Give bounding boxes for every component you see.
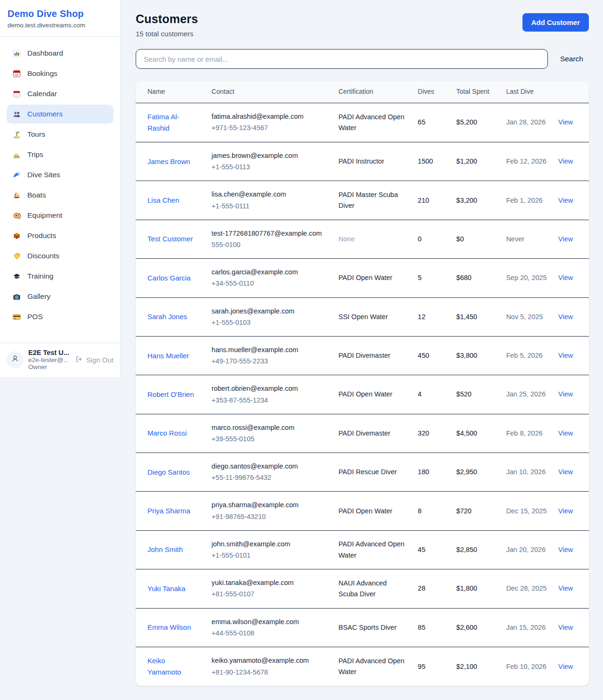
- customer-name-link[interactable]: John Smith: [147, 545, 183, 553]
- sidebar-item-dashboard[interactable]: Dashboard: [7, 44, 114, 63]
- customer-name-link[interactable]: Sarah Jones: [147, 313, 187, 321]
- contact-cell: emma.wilson@example.com +44-555-0108: [206, 608, 333, 647]
- page-header-text: Customers 15 total customers: [136, 12, 198, 38]
- last-dive-cell: Jan 25, 2026: [500, 375, 553, 414]
- customer-name-link[interactable]: Keiko Yamamoto: [147, 657, 181, 676]
- dives-cell: 450: [412, 336, 451, 375]
- search-input[interactable]: [136, 49, 548, 69]
- customer-name-cell: Test Customer: [136, 220, 206, 258]
- customer-name-link[interactable]: James Brown: [147, 157, 190, 165]
- svg-text:17: 17: [15, 73, 18, 76]
- view-link[interactable]: View: [558, 663, 573, 670]
- last-dive-cell: Dec 15, 2025: [500, 492, 553, 530]
- sign-out-label: Sign Out: [86, 356, 114, 364]
- search-row: Search: [136, 49, 589, 69]
- customer-name-link[interactable]: Robert O'Brien: [147, 390, 194, 398]
- sidebar-item-gallery[interactable]: Gallery: [7, 287, 114, 306]
- sidebar-item-discounts[interactable]: Discounts: [7, 247, 114, 265]
- view-link[interactable]: View: [558, 157, 573, 165]
- customer-phone: +49-170-555-2233: [212, 356, 327, 367]
- shop-domain: demo.test.divestreams.com: [8, 22, 113, 29]
- sidebar-item-pos[interactable]: POS: [7, 307, 114, 326]
- search-button[interactable]: Search: [560, 55, 589, 63]
- sidebar-item-tours[interactable]: Tours: [7, 125, 114, 144]
- customer-name-link[interactable]: Carlos Garcia: [147, 274, 191, 282]
- contact-cell: james.brown@example.com +1-555-0113: [206, 142, 333, 181]
- view-cell: View: [553, 608, 589, 647]
- person-icon: [10, 354, 20, 365]
- view-link[interactable]: View: [558, 624, 573, 631]
- credit-card-icon: [12, 313, 21, 321]
- view-cell: View: [553, 336, 589, 375]
- customer-name-link[interactable]: Diego Santos: [147, 468, 190, 476]
- contact-cell: priya.sharma@example.com +91-98765-43210: [206, 492, 333, 530]
- view-link[interactable]: View: [558, 313, 573, 321]
- customer-phone: +1-555-0113: [212, 162, 327, 173]
- customer-name-cell: Keiko Yamamoto: [136, 647, 206, 686]
- total-spent-cell: $1,800: [451, 569, 501, 608]
- sidebar-item-customers[interactable]: Customers: [7, 105, 114, 124]
- column-header-contact: Contact: [206, 81, 333, 103]
- main-content: Customers 15 total customers Add Custome…: [121, 0, 603, 699]
- total-spent-cell: $2,600: [451, 608, 501, 647]
- total-spent-cell: $2,100: [451, 647, 501, 686]
- shop-header: Demo Dive Shop demo.test.divestreams.com: [0, 0, 120, 37]
- customer-name-link[interactable]: Yuki Tanaka: [147, 585, 186, 593]
- certification-cell: PADI Rescue Diver: [333, 453, 412, 492]
- customer-name-link[interactable]: Marco Rossi: [147, 429, 187, 437]
- sidebar-item-calendar[interactable]: Calendar: [7, 84, 114, 103]
- table-row: Keiko Yamamoto keiko.yamamoto@example.co…: [136, 647, 589, 686]
- total-spent-cell: $720: [451, 492, 501, 530]
- sidebar-item-products[interactable]: Products: [7, 226, 114, 245]
- customer-name-link[interactable]: Lisa Chen: [147, 196, 179, 204]
- customer-phone: +1-555-0111: [212, 201, 327, 212]
- view-link[interactable]: View: [558, 352, 573, 359]
- view-link[interactable]: View: [558, 197, 573, 204]
- motorboat-icon: [12, 150, 21, 159]
- table-row: Emma Wilson emma.wilson@example.com +44-…: [136, 608, 589, 647]
- sidebar-item-boats[interactable]: Boats: [7, 186, 114, 205]
- customer-name-link[interactable]: Priya Sharma: [147, 507, 190, 515]
- view-link[interactable]: View: [558, 235, 573, 243]
- dives-cell: 180: [412, 453, 451, 492]
- view-cell: View: [553, 414, 589, 453]
- sidebar-item-trips[interactable]: Trips: [7, 145, 114, 164]
- customer-phone: +34-555-0110: [212, 278, 327, 289]
- customer-email: james.brown@example.com: [212, 150, 327, 161]
- view-link[interactable]: View: [558, 546, 573, 553]
- dives-cell: 12: [412, 297, 451, 336]
- customer-phone: +81-90-1234-5678: [212, 667, 327, 678]
- customer-name-link[interactable]: Emma Wilson: [147, 623, 191, 631]
- last-dive-cell: Jan 28, 2026: [500, 103, 553, 142]
- contact-cell: keiko.yamamoto@example.com +81-90-1234-5…: [206, 647, 333, 686]
- customer-email: john.smith@example.com: [212, 539, 327, 550]
- sidebar-item-dive-sites[interactable]: Dive Sites: [7, 165, 114, 184]
- table-row: James Brown james.brown@example.com +1-5…: [136, 142, 589, 181]
- customer-name-cell: Emma Wilson: [136, 608, 206, 647]
- sign-out-button[interactable]: Sign Out: [74, 355, 114, 365]
- page-title: Customers: [136, 12, 198, 26]
- customer-name-cell: Lisa Chen: [136, 181, 206, 220]
- add-customer-button[interactable]: Add Customer: [522, 13, 589, 32]
- customer-name-link[interactable]: Test Customer: [147, 235, 193, 243]
- view-link[interactable]: View: [558, 390, 573, 398]
- sidebar-item-equipment[interactable]: Equipment: [7, 206, 114, 225]
- page-header: Customers 15 total customers Add Custome…: [136, 12, 589, 38]
- view-link[interactable]: View: [558, 507, 573, 515]
- view-link[interactable]: View: [558, 429, 573, 437]
- view-link[interactable]: View: [558, 118, 573, 126]
- certification-cell: SSI Open Water: [333, 297, 412, 336]
- sidebar-item-bookings[interactable]: 17 Bookings: [7, 64, 114, 83]
- grad-cap-icon: [12, 272, 21, 281]
- view-link[interactable]: View: [558, 274, 573, 281]
- customer-name-link[interactable]: Hans Mueller: [147, 352, 189, 360]
- sidebar-item-training[interactable]: Training: [7, 267, 114, 286]
- view-link[interactable]: View: [558, 468, 573, 476]
- view-link[interactable]: View: [558, 585, 573, 592]
- table-row: Test Customer test-1772681807767@example…: [136, 220, 589, 258]
- last-dive-cell: Dec 28, 2025: [500, 569, 553, 608]
- customer-name-link[interactable]: Fatima Al-Rashid: [147, 113, 179, 132]
- dives-cell: 1500: [412, 142, 451, 181]
- view-cell: View: [553, 181, 589, 220]
- calendar-date-icon: 17: [12, 69, 21, 78]
